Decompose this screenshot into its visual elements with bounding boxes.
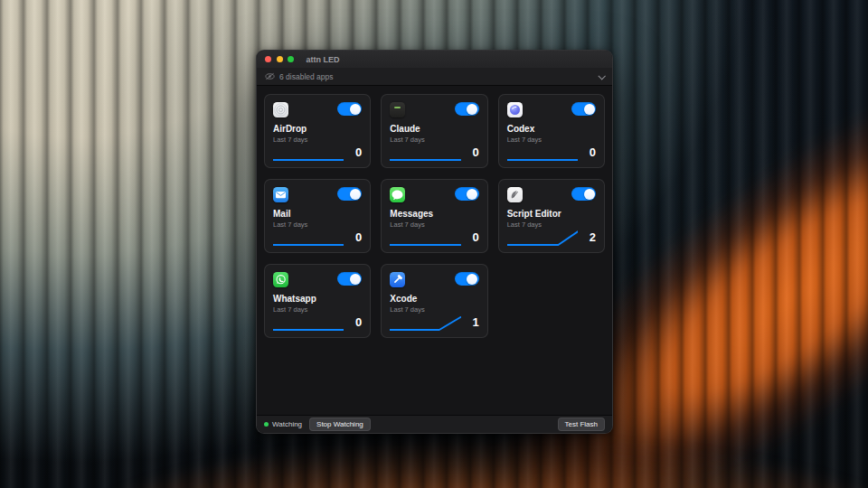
status-label: Watching [272, 420, 302, 428]
status-dot [264, 422, 269, 427]
toggle-knob [350, 274, 361, 285]
app-name: Whatsapp [273, 294, 362, 304]
app-sparkline [273, 229, 344, 247]
app-count: 0 [590, 145, 596, 159]
app-sparkline [507, 229, 578, 247]
disabled-apps-label: 6 disabled apps [279, 72, 334, 81]
test-flash-button[interactable]: Test Flash [558, 418, 605, 432]
toggle-knob [350, 104, 361, 115]
app-window: attn LED 6 disabled apps AirDrop Last 7 … [256, 50, 613, 434]
toggle-knob [467, 189, 477, 200]
app-card-xcode: Xcode Last 7 days 1 [381, 264, 487, 338]
codex-icon [507, 102, 523, 117]
toggle-knob [467, 274, 477, 285]
app-name: Claude [390, 124, 478, 134]
claude-icon [390, 102, 405, 117]
app-toggle[interactable] [455, 102, 479, 116]
card-top-row [507, 187, 596, 202]
toggle-knob [350, 189, 361, 200]
app-name: Xcode [390, 294, 478, 304]
app-card-mail: Mail Last 7 days 0 [264, 179, 371, 253]
app-name: Codex [507, 124, 596, 134]
app-grid: AirDrop Last 7 days 0 Claude Last 7 days… [257, 86, 612, 415]
app-card-claude: Claude Last 7 days 0 [381, 94, 487, 168]
card-top-row [507, 102, 596, 117]
app-toggle[interactable] [455, 272, 479, 286]
app-count: 0 [355, 230, 362, 244]
app-toggle[interactable] [337, 272, 362, 286]
app-count: 1 [472, 315, 478, 329]
app-sparkline [273, 144, 344, 162]
toggle-knob [584, 189, 595, 200]
card-top-row [390, 272, 478, 287]
disabled-apps-header[interactable]: 6 disabled apps [257, 68, 612, 86]
card-bottom-row: 0 [273, 140, 362, 162]
card-bottom-row: 2 [507, 225, 596, 247]
eye-icon [265, 72, 275, 80]
close-button[interactable] [265, 56, 271, 62]
card-bottom-row: 0 [390, 140, 478, 162]
titlebar[interactable]: attn LED [257, 51, 612, 68]
app-count: 0 [355, 315, 362, 329]
app-card-messages: Messages Last 7 days 0 [381, 179, 487, 253]
app-toggle[interactable] [455, 187, 479, 201]
window-title: attn LED [307, 55, 340, 64]
whatsapp-icon [273, 272, 288, 287]
chevron-down-icon[interactable] [598, 72, 605, 80]
card-top-row [273, 102, 362, 117]
app-sparkline [390, 229, 460, 247]
script-editor-icon [507, 187, 523, 202]
footer-bar: Watching Stop Watching Test Flash [257, 415, 612, 433]
toggle-knob [584, 104, 595, 115]
app-count: 0 [355, 145, 362, 159]
toggle-knob [467, 104, 477, 115]
stop-watching-button[interactable]: Stop Watching [309, 418, 371, 432]
app-sparkline [273, 314, 344, 332]
desktop-background: attn LED 6 disabled apps AirDrop Last 7 … [0, 0, 868, 488]
app-sparkline [390, 314, 460, 332]
xcode-icon [390, 272, 405, 287]
card-bottom-row: 0 [390, 225, 478, 247]
card-top-row [390, 187, 478, 202]
app-count: 2 [590, 230, 596, 244]
app-toggle[interactable] [337, 102, 362, 116]
app-count: 0 [472, 145, 478, 159]
card-top-row [390, 102, 478, 117]
app-count: 0 [472, 230, 478, 244]
app-card-airdrop: AirDrop Last 7 days 0 [264, 94, 371, 168]
app-card-script-editor: Script Editor Last 7 days 2 [498, 179, 605, 253]
messages-icon [390, 187, 405, 202]
app-card-whatsapp: Whatsapp Last 7 days 0 [264, 264, 371, 338]
card-top-row [273, 272, 362, 287]
app-name: Script Editor [507, 209, 596, 219]
app-sparkline [507, 144, 578, 162]
app-toggle[interactable] [571, 187, 596, 201]
app-toggle[interactable] [571, 102, 596, 116]
zoom-button[interactable] [288, 56, 294, 62]
app-card-codex: Codex Last 7 days 0 [498, 94, 605, 168]
app-name: Messages [390, 209, 478, 219]
app-name: AirDrop [273, 124, 362, 134]
card-top-row [273, 187, 362, 202]
app-name: Mail [273, 209, 362, 219]
app-sparkline [390, 144, 460, 162]
minimize-button[interactable] [277, 56, 283, 62]
card-bottom-row: 1 [390, 310, 478, 332]
card-bottom-row: 0 [273, 310, 362, 332]
app-toggle[interactable] [337, 187, 362, 201]
mail-icon [273, 187, 288, 202]
card-bottom-row: 0 [273, 225, 362, 247]
airdrop-icon [273, 102, 288, 117]
card-bottom-row: 0 [507, 140, 596, 162]
